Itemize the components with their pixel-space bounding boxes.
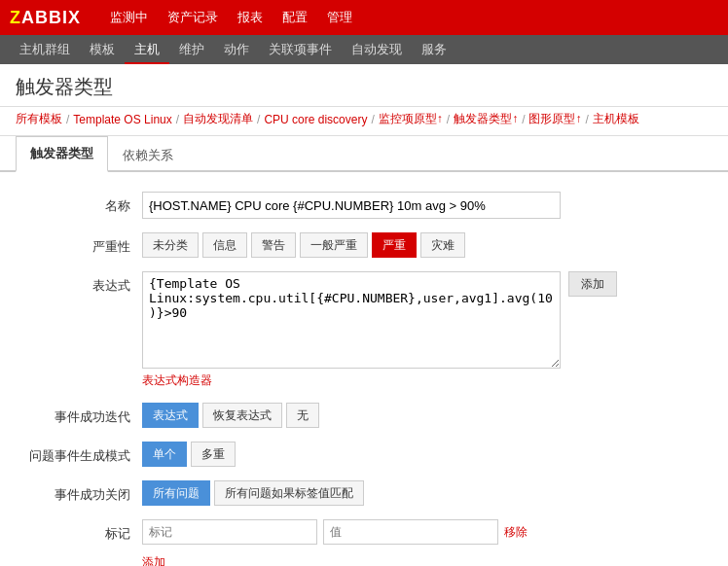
page-title: 触发器类型 (16, 74, 712, 100)
ok-event-label: 事件成功迭代 (16, 403, 142, 426)
nav-host-groups[interactable]: 主机群组 (10, 35, 80, 64)
breadcrumb-monitor-proto[interactable]: 监控项原型↑ (379, 111, 443, 127)
breadcrumb-trigger-type[interactable]: 触发器类型↑ (454, 111, 518, 127)
expression-label: 表达式 (16, 271, 142, 295)
sev-info[interactable]: 信息 (202, 232, 247, 258)
nav-correlation[interactable]: 关联项事件 (259, 35, 342, 64)
nav-hosts[interactable]: 主机 (125, 35, 169, 64)
ok-close-field: 所有问题 所有问题如果标签值匹配 (142, 480, 712, 506)
tags-row: 标记 移除 添加 (16, 519, 712, 566)
tag-row: 移除 (142, 519, 712, 545)
nav-services[interactable]: 服务 (412, 35, 456, 64)
tag-value-input[interactable] (323, 519, 498, 545)
name-row: 名称 (16, 192, 712, 219)
nav-reports[interactable]: 报表 (228, 0, 273, 35)
ok-event-recovery[interactable]: 恢复表达式 (202, 403, 282, 428)
mode-multiple[interactable]: 多重 (191, 442, 236, 467)
top-nav: ZABBIX 监测中 资产记录 报表 配置 管理 (0, 0, 728, 35)
close-tag-match[interactable]: 所有问题如果标签值匹配 (214, 480, 364, 506)
breadcrumb: 所有模板 / Template OS Linux / 自动发现清单 / CPU … (0, 107, 728, 136)
expression-field: 添加 表达式构造器 (142, 271, 712, 389)
ok-close-row: 事件成功关闭 所有问题 所有问题如果标签值匹配 (16, 480, 712, 506)
second-nav: 主机群组 模板 主机 维护 动作 关联项事件 自动发现 服务 (0, 35, 728, 64)
sev-disaster[interactable]: 灾难 (420, 232, 465, 258)
problem-mode-field: 单个 多重 (142, 442, 712, 467)
nav-config[interactable]: 配置 (273, 0, 317, 35)
nav-discovery[interactable]: 自动发现 (342, 35, 412, 64)
close-all-problems[interactable]: 所有问题 (142, 480, 210, 506)
breadcrumb-discovery-list[interactable]: 自动发现清单 (183, 111, 253, 127)
ok-event-row: 事件成功迭代 表达式 恢复表达式 无 (16, 403, 712, 428)
page-title-bar: 触发器类型 (0, 64, 728, 107)
sev-unclassified[interactable]: 未分类 (142, 232, 199, 258)
breadcrumb-template-os[interactable]: Template OS Linux (73, 113, 171, 126)
ok-close-label: 事件成功关闭 (16, 480, 142, 504)
ok-event-field: 表达式 恢复表达式 无 (142, 403, 712, 428)
nav-monitor[interactable]: 监测中 (100, 0, 158, 35)
tag-name-input[interactable] (142, 519, 317, 545)
logo: ZABBIX (10, 8, 81, 28)
tabs: 触发器类型 依赖关系 (0, 136, 728, 172)
breadcrumb-all-templates[interactable]: 所有模板 (16, 111, 62, 127)
tags-field: 移除 添加 (142, 519, 712, 566)
add-tag-link[interactable]: 添加 (142, 554, 165, 566)
tab-trigger-type[interactable]: 触发器类型 (16, 136, 108, 172)
severity-row: 严重性 未分类 信息 警告 一般严重 严重 灾难 (16, 232, 712, 258)
name-field (142, 192, 712, 219)
ok-event-group: 表达式 恢复表达式 无 (142, 403, 712, 428)
problem-mode-group: 单个 多重 (142, 442, 712, 467)
nav-admin[interactable]: 管理 (317, 0, 362, 35)
sev-average[interactable]: 一般严重 (300, 232, 368, 258)
breadcrumb-graph-proto[interactable]: 图形原型↑ (528, 111, 581, 127)
nav-actions[interactable]: 动作 (214, 35, 259, 64)
severity-label: 严重性 (16, 232, 142, 256)
problem-mode-row: 问题事件生成模式 单个 多重 (16, 442, 712, 467)
ok-event-expression[interactable]: 表达式 (142, 403, 199, 428)
expression-row: 表达式 添加 表达式构造器 (16, 271, 712, 389)
expr-row: 添加 (142, 271, 712, 369)
nav-templates[interactable]: 模板 (80, 35, 125, 64)
expression-add-button[interactable]: 添加 (568, 271, 617, 297)
nav-maintenance[interactable]: 维护 (169, 35, 214, 64)
sev-warning[interactable]: 警告 (251, 232, 296, 258)
name-input[interactable] (142, 192, 561, 219)
remove-tag-link[interactable]: 移除 (504, 524, 528, 541)
breadcrumb-cpu-core-discovery[interactable]: CPU core discovery (264, 113, 367, 126)
content: 名称 严重性 未分类 信息 警告 一般严重 严重 灾难 表达式 添加 表达式构造… (0, 172, 728, 566)
ok-close-group: 所有问题 所有问题如果标签值匹配 (142, 480, 712, 506)
sev-high[interactable]: 严重 (372, 232, 417, 258)
ok-event-none[interactable]: 无 (286, 403, 319, 428)
tags-label: 标记 (16, 519, 142, 543)
expression-textarea[interactable] (142, 271, 561, 369)
severity-field: 未分类 信息 警告 一般严重 严重 灾难 (142, 232, 712, 258)
problem-mode-label: 问题事件生成模式 (16, 442, 142, 465)
mode-single[interactable]: 单个 (142, 442, 187, 467)
expression-builder-link[interactable]: 表达式构造器 (142, 372, 212, 389)
tab-dependency[interactable]: 依赖关系 (108, 138, 188, 172)
severity-group: 未分类 信息 警告 一般严重 严重 灾难 (142, 232, 712, 258)
breadcrumb-host-template[interactable]: 主机模板 (593, 111, 639, 127)
name-label: 名称 (16, 192, 142, 215)
nav-assets[interactable]: 资产记录 (158, 0, 228, 35)
